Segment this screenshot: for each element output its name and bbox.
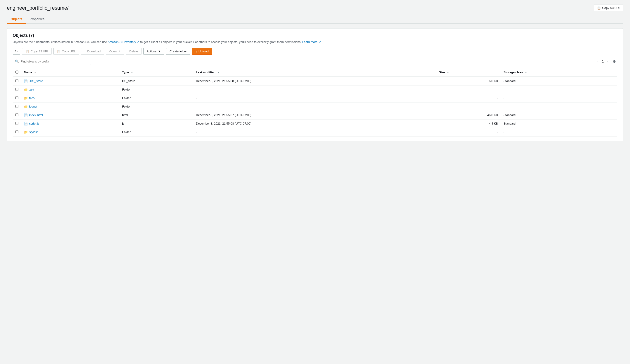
learn-more-text: Learn more bbox=[302, 40, 318, 44]
copy-url-button[interactable]: 📋 Copy URL bbox=[54, 48, 79, 55]
open-button[interactable]: Open ↗ bbox=[106, 48, 124, 55]
row-type-2: Folder bbox=[120, 94, 193, 102]
object-link-0[interactable]: .DS_Store bbox=[29, 79, 43, 83]
copy-s3-uri-button[interactable]: 📋 Copy S3 URI bbox=[22, 48, 52, 55]
create-folder-label: Create folder bbox=[170, 50, 187, 53]
row-last-modified-2: - bbox=[193, 94, 436, 102]
object-link-3[interactable]: icons/ bbox=[29, 105, 37, 108]
row-checkbox-2[interactable] bbox=[16, 96, 18, 99]
tab-properties[interactable]: Properties bbox=[26, 15, 48, 24]
pagination-next-button[interactable]: › bbox=[606, 58, 610, 64]
row-checkbox-0[interactable] bbox=[16, 79, 18, 82]
folder-icon: 📁 bbox=[24, 96, 28, 100]
pagination-controls: ‹ 1 › ⚙ bbox=[596, 58, 617, 65]
settings-button[interactable]: ⚙ bbox=[611, 58, 617, 65]
row-last-modified-0: December 8, 2021, 21:55:08 (UTC-07:00) bbox=[193, 77, 436, 85]
row-type-3: Folder bbox=[120, 102, 193, 111]
row-size-0: 6.0 KB bbox=[436, 77, 501, 85]
description-text-1: Objects are the fundamental entities sto… bbox=[13, 40, 108, 44]
file-icon: 📄 bbox=[24, 122, 28, 126]
file-icon: 📄 bbox=[24, 113, 28, 117]
search-input-wrapper: 🔍 bbox=[13, 58, 91, 65]
search-bar-row: 🔍 ‹ 1 › ⚙ bbox=[13, 58, 617, 65]
row-storage-class-3: - bbox=[501, 102, 617, 111]
page-title: engineer_portfolio_resume/ bbox=[7, 5, 68, 11]
row-checkbox-4[interactable] bbox=[16, 113, 18, 116]
search-input[interactable] bbox=[13, 58, 91, 65]
object-link-4[interactable]: index.html bbox=[29, 113, 43, 117]
pagination-prev-button[interactable]: ‹ bbox=[596, 58, 600, 64]
row-checkbox-5[interactable] bbox=[16, 122, 18, 125]
row-storage-class-2: - bbox=[501, 94, 617, 102]
actions-button[interactable]: Actions ▼ bbox=[143, 48, 164, 55]
actions-label: Actions bbox=[147, 50, 157, 53]
external-link-icon-1: ↗ bbox=[137, 40, 140, 44]
row-last-modified-6: - bbox=[193, 128, 436, 136]
object-link-1[interactable]: .git/ bbox=[29, 88, 34, 91]
row-size-1: - bbox=[436, 85, 501, 94]
col-size-label: Size bbox=[439, 71, 445, 74]
folder-icon: 📁 bbox=[24, 130, 28, 134]
row-checkbox-1[interactable] bbox=[16, 88, 18, 91]
select-all-checkbox[interactable] bbox=[16, 71, 18, 74]
table-header-row: Name ▲ Type ▼ Last modified ▼ Size ▼ bbox=[13, 68, 617, 77]
row-last-modified-4: December 8, 2021, 21:55:07 (UTC-07:00) bbox=[193, 111, 436, 119]
col-last-modified[interactable]: Last modified ▼ bbox=[193, 68, 436, 77]
col-size[interactable]: Size ▼ bbox=[436, 68, 501, 77]
copy-s3-uri-header-button[interactable]: 📋 Copy S3 URI bbox=[594, 4, 623, 11]
upload-label: Upload bbox=[198, 50, 209, 53]
row-type-4: html bbox=[120, 111, 193, 119]
download-label: Download bbox=[87, 50, 100, 53]
inventory-link[interactable]: Amazon S3 inventory ↗ bbox=[108, 40, 140, 44]
table-row: 📁files/Folder--- bbox=[13, 94, 617, 102]
folder-icon: 📁 bbox=[24, 105, 28, 108]
table-row: 📁icons/Folder--- bbox=[13, 102, 617, 111]
col-name-label: Name bbox=[24, 71, 32, 74]
col-type-sort-icon: ▼ bbox=[131, 71, 133, 74]
panel-description: Objects are the fundamental entities sto… bbox=[13, 40, 617, 44]
refresh-button[interactable]: ↻ bbox=[13, 48, 20, 55]
col-last-modified-sort-icon: ▼ bbox=[217, 71, 220, 74]
content-panel: Objects (7) Objects are the fundamental … bbox=[7, 28, 623, 141]
row-type-5: js bbox=[120, 119, 193, 128]
upload-icon: ↑ bbox=[196, 50, 197, 53]
page-wrapper: engineer_portfolio_resume/ 📋 Copy S3 URI… bbox=[0, 0, 630, 146]
page-number: 1 bbox=[602, 59, 604, 63]
upload-button[interactable]: ↑ Upload bbox=[192, 48, 212, 55]
row-storage-class-4: Standard bbox=[501, 111, 617, 119]
row-storage-class-0: Standard bbox=[501, 77, 617, 85]
col-type-label: Type bbox=[122, 71, 129, 74]
col-storage-class-sort-icon: ▼ bbox=[524, 71, 527, 74]
table-row: 📄.DS_StoreDS_StoreDecember 8, 2021, 21:5… bbox=[13, 77, 617, 85]
description-text-2: to get a list of all objects in your buc… bbox=[140, 40, 302, 44]
row-last-modified-3: - bbox=[193, 102, 436, 111]
table-row: 📁styles/Folder--- bbox=[13, 128, 617, 136]
col-name[interactable]: Name ▲ bbox=[21, 68, 120, 77]
copy-s3-uri-header-label: Copy S3 URI bbox=[602, 6, 620, 10]
object-link-2[interactable]: files/ bbox=[29, 96, 36, 100]
download-icon: ↓ bbox=[84, 50, 86, 53]
create-folder-button[interactable]: Create folder bbox=[166, 48, 190, 55]
download-button[interactable]: ↓ Download bbox=[81, 48, 104, 55]
delete-button[interactable]: Delete bbox=[126, 48, 142, 55]
col-type[interactable]: Type ▼ bbox=[120, 68, 193, 77]
objects-table: Name ▲ Type ▼ Last modified ▼ Size ▼ bbox=[13, 68, 617, 137]
tab-objects[interactable]: Objects bbox=[7, 15, 26, 24]
row-checkbox-6[interactable] bbox=[16, 130, 18, 133]
object-link-6[interactable]: styles/ bbox=[29, 130, 38, 134]
col-storage-class[interactable]: Storage class ▼ bbox=[501, 68, 617, 77]
row-storage-class-1: - bbox=[501, 85, 617, 94]
row-last-modified-5: December 8, 2021, 21:55:08 (UTC-07:00) bbox=[193, 119, 436, 128]
inventory-link-text: Amazon S3 inventory bbox=[108, 40, 136, 44]
external-link-icon-2: ↗ bbox=[318, 40, 321, 44]
delete-label: Delete bbox=[129, 50, 138, 53]
row-checkbox-3[interactable] bbox=[16, 105, 18, 108]
row-size-6: - bbox=[436, 128, 501, 136]
select-all-header[interactable] bbox=[13, 68, 21, 77]
copy-url-icon: 📋 bbox=[57, 50, 60, 53]
copy-s3-uri-label: Copy S3 URI bbox=[30, 50, 48, 53]
object-link-5[interactable]: script.js bbox=[29, 122, 39, 125]
page-title-row: engineer_portfolio_resume/ 📋 Copy S3 URI bbox=[7, 4, 623, 11]
learn-more-link[interactable]: Learn more ↗ bbox=[302, 40, 321, 44]
copy-url-label: Copy URL bbox=[62, 50, 76, 53]
